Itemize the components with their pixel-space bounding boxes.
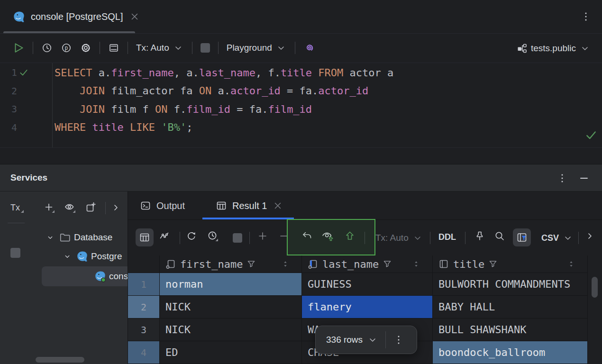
line-number: 4 [11, 122, 17, 133]
tab-result-1[interactable]: Result 1 [216, 191, 283, 220]
csv-label: CSV [541, 233, 559, 243]
chevron-down-icon[interactable] [63, 252, 72, 261]
services-options-kebab-icon[interactable] [556, 173, 568, 184]
preview-pending-changes-icon[interactable] [322, 230, 333, 242]
filter-funnel-icon[interactable] [488, 259, 498, 269]
row-number-cell[interactable]: 3 [128, 318, 160, 341]
popup-kebab-icon[interactable] [393, 334, 404, 346]
row-count-chevron-icon[interactable] [367, 334, 378, 346]
chevron-down-icon [275, 42, 287, 54]
sidebar-tx-button[interactable]: Tx [10, 203, 20, 213]
chevron-down-icon [562, 232, 574, 244]
code-line-1[interactable]: 1SELECT a.first_name, a.last_name, f.tit… [0, 64, 602, 82]
filter-button-selected[interactable] [513, 228, 531, 246]
result-stop-button-disabled[interactable] [233, 233, 242, 243]
sql-editor[interactable]: 1SELECT a.first_name, a.last_name, f.tit… [0, 63, 602, 148]
grid-scrollbar-thumb[interactable] [592, 277, 598, 298]
grid-cell[interactable]: NICK [160, 318, 302, 341]
ide-window: console [PostgreSQL] p Tx: Auto Playgrou… [0, 0, 602, 364]
sort-arrows-icon[interactable] [567, 260, 575, 268]
grid-cell[interactable]: BABY HALL [433, 296, 588, 318]
chart-view-icon[interactable] [159, 230, 170, 242]
column-header-title[interactable]: title [433, 255, 588, 273]
tree-item-cons[interactable]: cons [0, 266, 128, 286]
services-title: Services [10, 173, 47, 183]
output-tab-label: Output [156, 200, 185, 211]
tab-options-kebab-icon[interactable] [580, 11, 592, 22]
session-swirl-icon[interactable] [303, 42, 316, 54]
run-button[interactable] [12, 42, 25, 54]
row-number-header[interactable] [128, 255, 160, 273]
table-view-button-selected[interactable] [136, 228, 154, 246]
chevron-down-icon[interactable] [46, 233, 55, 242]
grid-cell[interactable]: BULL SHAWSHANK [433, 318, 588, 341]
tab-output[interactable]: Output [140, 191, 185, 220]
expand-toolbar-chevron-icon[interactable] [110, 202, 121, 213]
column-header-last_name[interactable]: last_name [302, 255, 433, 273]
more-toolbar-chevron-icon[interactable] [584, 230, 595, 242]
view-options-icon[interactable] [64, 202, 76, 213]
console-toolbar: p Tx: Auto Playground tests.public [0, 33, 602, 63]
add-service-button[interactable] [44, 202, 55, 213]
sort-arrows-icon[interactable] [282, 260, 289, 268]
separator [105, 202, 106, 214]
services-sidebar: Tx DatabasePostgrecons [0, 191, 128, 364]
column-header-first_name[interactable]: first_name [160, 255, 302, 273]
statement-executed-check-icon [19, 68, 28, 77]
grid-cell[interactable]: BULWORTH COMMANDMENTS [433, 273, 588, 296]
add-row-icon[interactable] [257, 230, 268, 242]
result-panel: Output Result 1 Tx: [128, 191, 602, 364]
grid-cell[interactable]: boondock_ballroom [433, 341, 588, 364]
settings-gear-icon[interactable] [80, 42, 91, 54]
tree-item-database[interactable]: Database [0, 228, 128, 247]
filter-funnel-icon[interactable] [246, 259, 256, 269]
sidebar-hscrollbar-thumb[interactable] [36, 357, 84, 363]
delete-row-icon[interactable] [278, 230, 290, 242]
separator [249, 232, 250, 244]
search-icon[interactable] [494, 230, 505, 242]
svg-text:p: p [65, 45, 68, 51]
grid-cell[interactable]: flanery [302, 296, 433, 318]
sort-arrows-icon[interactable] [412, 260, 420, 268]
parameters-icon[interactable]: p [61, 42, 72, 54]
tx-mode-label: Tx: Auto [136, 43, 169, 53]
separator [365, 232, 365, 244]
close-result-tab-icon[interactable] [272, 200, 283, 211]
schema-label: tests.public [531, 43, 576, 54]
grid-cell[interactable]: norman [160, 273, 302, 296]
history-icon[interactable] [41, 42, 53, 54]
separator [100, 42, 100, 54]
tree-item-label: Database [74, 232, 112, 243]
in-editor-results-icon[interactable] [108, 42, 119, 54]
ddl-button[interactable]: DDL [438, 232, 456, 242]
refresh-icon[interactable] [186, 230, 197, 242]
revert-changes-icon[interactable] [301, 230, 313, 242]
export-format-dropdown[interactable]: CSV [541, 232, 574, 244]
tree-item-postgre[interactable]: Postgre [0, 247, 128, 266]
grid-cell[interactable]: ED [160, 341, 302, 364]
column-selected-icon [307, 258, 319, 270]
result-tx-mode-dropdown-disabled[interactable]: Tx: Auto [375, 232, 423, 244]
schedule-refresh-icon[interactable] [207, 230, 219, 242]
code-text: SELECT a.first_name, a.last_name, f.titl… [55, 67, 393, 79]
row-number-cell[interactable]: 1 [128, 273, 160, 296]
schema-switcher[interactable]: tests.public [516, 33, 591, 63]
code-line-3[interactable]: 3 JOIN film f ON f.film_id = fa.film_id [0, 100, 602, 118]
minimize-panel-icon[interactable] [578, 173, 590, 184]
grid-cell[interactable]: GUINESS [302, 273, 433, 296]
close-tab-icon[interactable] [129, 11, 140, 22]
stop-button-disabled[interactable] [201, 43, 210, 53]
open-in-new-tab-icon[interactable] [85, 202, 97, 213]
filter-funnel-icon[interactable] [383, 259, 392, 269]
console-file-tab[interactable]: console [PostgreSQL] [4, 0, 149, 33]
row-number-cell[interactable]: 2 [128, 296, 160, 318]
code-line-2[interactable]: 2 JOIN film_actor fa ON a.actor_id = fa.… [0, 82, 602, 100]
column-name: last_name [322, 258, 379, 270]
row-number-cell[interactable]: 4 [128, 341, 160, 364]
tx-mode-dropdown[interactable]: Tx: Auto [136, 42, 184, 54]
code-line-4[interactable]: 4WHERE title LIKE 'B%'; [0, 118, 602, 136]
submit-changes-icon[interactable] [344, 230, 356, 242]
grid-cell[interactable]: NICK [160, 296, 302, 318]
playground-dropdown[interactable]: Playground [227, 42, 287, 54]
pin-tab-icon[interactable] [474, 230, 485, 242]
